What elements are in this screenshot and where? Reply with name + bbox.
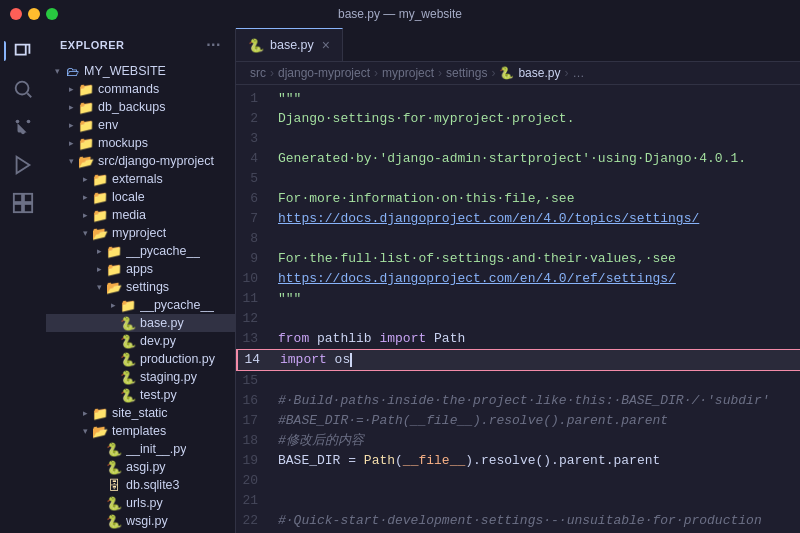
breadcrumb-active-file[interactable]: base.py [518,66,560,80]
breadcrumb-part[interactable]: src [250,66,266,80]
title-bar: base.py — my_website [0,0,800,28]
tree-item-label: env [98,118,118,132]
tree-root[interactable]: ▾ 🗁 MY_WEBSITE [46,62,235,80]
tree-item-label: staging.py [140,370,197,384]
traffic-lights [10,8,58,20]
tab-close-button[interactable]: × [322,38,330,52]
chevron-right-icon: ▸ [64,84,78,94]
chevron-right-icon: ▸ [78,192,92,202]
tree-item-label: templates [112,424,166,438]
code-line: 15 [236,371,800,391]
tree-item-db-backups[interactable]: ▸ 📁 db_backups [46,98,235,116]
breadcrumb-part[interactable]: django-myproject [278,66,370,80]
tree-item-pycache-l3[interactable]: ▸ 📁 __pycache__ [46,242,235,260]
python-file-icon: 🐍 [106,460,122,475]
tree-item-label: __pycache__ [140,298,214,312]
search-activity-icon[interactable] [6,72,40,106]
tree-item-asgi-py[interactable]: 🐍 asgi.py [46,458,235,476]
tree-item-label: commands [98,82,159,96]
tree-item-dev-py[interactable]: 🐍 dev.py [46,332,235,350]
tree-item-init-py[interactable]: 🐍 __init__.py [46,440,235,458]
folder-open-icon: 📂 [92,226,108,241]
sidebar: Explorer ··· ▾ 🗁 MY_WEBSITE ▸ 📁 commands [46,28,236,533]
folder-icon: 🗁 [64,64,80,79]
tree-item-externals[interactable]: ▸ 📁 externals [46,170,235,188]
explorer-activity-icon[interactable] [6,34,40,68]
chevron-down-icon: ▾ [50,66,64,76]
tree-item-settings[interactable]: ▾ 📂 settings [46,278,235,296]
breadcrumb-part[interactable]: settings [446,66,487,80]
folder-icon: 📁 [92,406,108,421]
chevron-right-icon: ▸ [64,138,78,148]
python-file-icon: 🐍 [106,514,122,529]
close-button[interactable] [10,8,22,20]
tree-item-myproject[interactable]: ▾ 📂 myproject [46,224,235,242]
code-line: 18 #修改后的内容 [236,431,800,451]
tab-bar: 🐍 base.py × [236,28,800,62]
code-line: 9 For·the·full·list·of·settings·and·thei… [236,249,800,269]
tree-item-db-sqlite3[interactable]: 🗄 db.sqlite3 [46,476,235,494]
breadcrumb-part[interactable]: myproject [382,66,434,80]
tree-item-production-py[interactable]: 🐍 production.py [46,350,235,368]
folder-open-icon: 📂 [106,280,122,295]
breadcrumb-part[interactable]: … [572,66,584,80]
tree-item-wsgi-py[interactable]: 🐍 wsgi.py [46,512,235,530]
tree-item-test-py[interactable]: 🐍 test.py [46,386,235,404]
folder-icon: 📁 [78,82,94,97]
svg-marker-5 [17,157,30,174]
debug-activity-icon[interactable] [6,148,40,182]
maximize-button[interactable] [46,8,58,20]
python-tab-icon: 🐍 [248,38,264,53]
code-line: 8 [236,229,800,249]
tree-item-label: __pycache__ [126,244,200,258]
folder-icon: 📁 [120,298,136,313]
tree-item-base-py[interactable]: 🐍 base.py [46,314,235,332]
tree-item-staging-py[interactable]: 🐍 staging.py [46,368,235,386]
tree-item-mockups[interactable]: ▸ 📁 mockups [46,134,235,152]
python-file-icon: 🐍 [106,496,122,511]
code-line: 22 #·Quick-start·development·settings·-·… [236,511,800,531]
tree-item-media[interactable]: ▸ 📁 media [46,206,235,224]
tree-item-label: urls.py [126,496,163,510]
python-file-icon: 🐍 [120,370,136,385]
code-editor[interactable]: 1 """ 2 Django·settings·for·myproject·pr… [236,85,800,533]
minimize-button[interactable] [28,8,40,20]
tree-item-templates[interactable]: ▾ 📂 templates [46,422,235,440]
tree-item-pycache-l4[interactable]: ▸ 📁 __pycache__ [46,296,235,314]
breadcrumb-py-icon: 🐍 [499,66,514,80]
chevron-right-icon: ▸ [92,264,106,274]
editor-tab-base-py[interactable]: 🐍 base.py × [236,28,343,61]
chevron-right-icon: ▸ [106,300,120,310]
svg-rect-9 [24,204,32,212]
sidebar-menu-button[interactable]: ··· [206,36,221,54]
code-line-active: 14 import os [236,349,800,371]
code-line: 13 from pathlib import Path [236,329,800,349]
folder-icon: 📁 [78,100,94,115]
python-file-icon: 🐍 [120,316,136,331]
git-activity-icon[interactable] [6,110,40,144]
database-file-icon: 🗄 [106,478,122,493]
tree-item-site-static[interactable]: ▸ 📁 site_static [46,404,235,422]
folder-open-icon: 📂 [92,424,108,439]
tree-item-env[interactable]: ▸ 📁 env [46,116,235,134]
python-file-icon: 🐍 [120,334,136,349]
tree-item-label: src/django-myproject [98,154,214,168]
tree-item-label: asgi.py [126,460,166,474]
python-file-icon: 🐍 [120,352,136,367]
code-line: 21 [236,491,800,511]
tree-item-commands[interactable]: ▸ 📁 commands [46,80,235,98]
tree-item-label: MY_WEBSITE [84,64,166,78]
folder-icon: 📁 [92,190,108,205]
python-file-icon: 🐍 [120,388,136,403]
chevron-right-icon: ▸ [64,102,78,112]
tree-item-urls-py[interactable]: 🐍 urls.py [46,494,235,512]
chevron-down-icon: ▾ [78,228,92,238]
code-line: 4 Generated·by·'django-admin·startprojec… [236,149,800,169]
code-line: 16 #·Build·paths·inside·the·project·like… [236,391,800,411]
tree-item-apps[interactable]: ▸ 📁 apps [46,260,235,278]
tree-item-label: db_backups [98,100,165,114]
tree-item-locale[interactable]: ▸ 📁 locale [46,188,235,206]
extensions-activity-icon[interactable] [6,186,40,220]
tree-item-label: db.sqlite3 [126,478,180,492]
tree-item-src[interactable]: ▾ 📂 src/django-myproject [46,152,235,170]
